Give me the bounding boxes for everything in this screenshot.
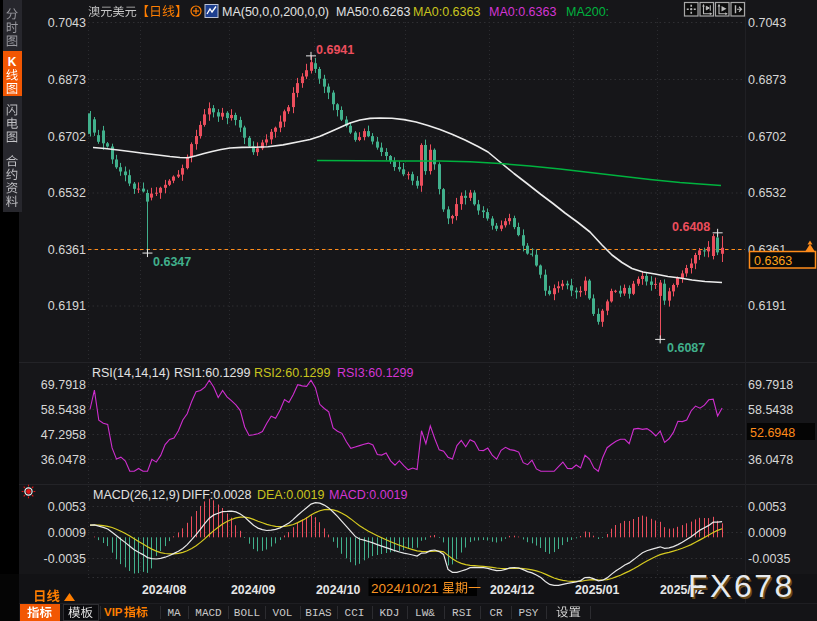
svg-text:0.6191: 0.6191	[48, 299, 86, 313]
svg-text:0.6532: 0.6532	[48, 186, 86, 200]
svg-text:69.7918: 69.7918	[41, 378, 86, 392]
svg-text:0.6087: 0.6087	[667, 341, 705, 355]
svg-text:47.2958: 47.2958	[41, 428, 86, 442]
svg-text:CCI: CCI	[345, 607, 365, 619]
svg-text:KDJ: KDJ	[380, 607, 400, 619]
svg-text:-0.0035: -0.0035	[748, 552, 790, 566]
svg-text:MA: MA	[167, 607, 181, 619]
svg-text:MA(50,0,0,200,0,0): MA(50,0,0,200,0,0)	[222, 5, 329, 19]
svg-text:0.6941: 0.6941	[316, 43, 354, 57]
svg-text:FX678: FX678	[688, 568, 795, 604]
svg-text:0.6702: 0.6702	[748, 130, 786, 144]
svg-text:2024/08: 2024/08	[142, 583, 187, 597]
svg-text:0.6532: 0.6532	[748, 186, 786, 200]
svg-text:BOLL: BOLL	[234, 607, 260, 619]
svg-text:0.7043: 0.7043	[748, 16, 786, 30]
svg-text:0.6361: 0.6361	[48, 243, 86, 257]
svg-text:58.5438: 58.5438	[41, 403, 86, 417]
svg-text:0.0053: 0.0053	[748, 500, 786, 514]
svg-text:0.0009: 0.0009	[48, 526, 86, 540]
svg-text:BIAS: BIAS	[305, 607, 332, 619]
svg-text:RSI: RSI	[452, 607, 472, 619]
svg-text:MACD: MACD	[195, 607, 222, 619]
svg-text:2024/10/21: 2024/10/21	[371, 581, 439, 596]
svg-text:58.5438: 58.5438	[748, 403, 793, 417]
svg-text:69.7918: 69.7918	[748, 378, 793, 392]
svg-text:LW&: LW&	[415, 607, 435, 619]
svg-text:0.6363: 0.6363	[754, 254, 792, 268]
svg-text:36.0478: 36.0478	[748, 453, 793, 467]
svg-text:0.6873: 0.6873	[748, 73, 786, 87]
svg-text:MA0:0.6363: MA0:0.6363	[413, 5, 480, 19]
svg-text:VIP: VIP	[104, 606, 123, 618]
svg-text:CR: CR	[489, 607, 503, 619]
svg-text:MACD:0.0019: MACD:0.0019	[329, 488, 408, 502]
svg-text:0.6408: 0.6408	[672, 220, 710, 234]
svg-text:36.0478: 36.0478	[41, 453, 86, 467]
svg-text:0.6873: 0.6873	[48, 73, 86, 87]
svg-text:PSY: PSY	[519, 607, 539, 619]
svg-text:0.6347: 0.6347	[153, 255, 191, 269]
svg-text:K: K	[8, 55, 17, 69]
svg-text:2024/12: 2024/12	[490, 583, 535, 597]
svg-text:0.6191: 0.6191	[748, 299, 786, 313]
svg-text:-0.0035: -0.0035	[44, 552, 86, 566]
svg-text:2025/01: 2025/01	[575, 583, 620, 597]
svg-text:DIFF:0.0028: DIFF:0.0028	[182, 488, 252, 502]
svg-text:RSI1:60.1299: RSI1:60.1299	[174, 366, 250, 380]
svg-text:0.0053: 0.0053	[48, 500, 86, 514]
svg-text:52.6948: 52.6948	[750, 426, 795, 440]
svg-text:VOL: VOL	[273, 607, 293, 619]
svg-text:MA50:0.6263: MA50:0.6263	[336, 5, 410, 19]
svg-text:2024/10: 2024/10	[316, 583, 361, 597]
svg-text:0.0009: 0.0009	[748, 526, 786, 540]
svg-text:MA0:0.6363: MA0:0.6363	[489, 5, 556, 19]
svg-text:0.6702: 0.6702	[48, 130, 86, 144]
svg-text:RSI3:60.1299: RSI3:60.1299	[337, 366, 413, 380]
svg-text:2024/09: 2024/09	[231, 583, 276, 597]
svg-text:DEA:0.0019: DEA:0.0019	[257, 488, 324, 502]
svg-text:RSI(14,14,14): RSI(14,14,14)	[92, 366, 170, 380]
svg-text:RSI2:60.1299: RSI2:60.1299	[254, 366, 330, 380]
svg-text:MA200:: MA200:	[566, 5, 609, 19]
svg-text:0.7043: 0.7043	[48, 16, 86, 30]
svg-text:MACD(26,12,9): MACD(26,12,9)	[93, 488, 180, 502]
